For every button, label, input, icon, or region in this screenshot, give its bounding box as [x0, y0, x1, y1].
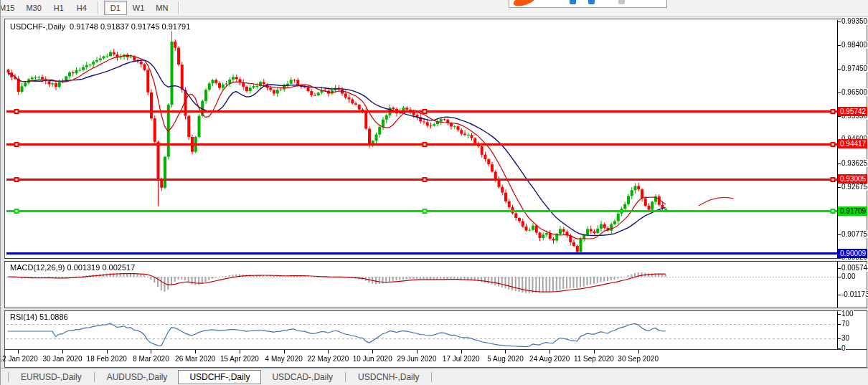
panel-separator[interactable]	[4, 258, 867, 262]
chart-tabs: EURUSD-,DailyAUDUSD-,DailyUSDCHF-,DailyU…	[1, 368, 868, 385]
tab-usdcnh[interactable]: USDCNH-,Daily	[347, 371, 430, 384]
tab-eurusd[interactable]: EURUSD-,Daily	[10, 371, 93, 384]
tab-separator	[431, 372, 432, 382]
tab-separator	[94, 372, 95, 382]
tab-usdcad[interactable]: USDCAD-,Daily	[261, 371, 344, 384]
chart-canvas[interactable]	[1, 0, 868, 385]
tab-audusd[interactable]: AUDUSD-,Daily	[96, 371, 179, 384]
panel-frame-line	[4, 349, 867, 350]
tab-separator	[345, 372, 346, 382]
panel-separator[interactable]	[4, 308, 867, 311]
trading-terminal: M15M30H1H4D1W1MN USDCHF-,Daily 0.91748 0…	[0, 0, 868, 385]
tab-separator	[8, 372, 9, 382]
tab-usdchf[interactable]: USDCHF-,Daily	[178, 370, 261, 384]
